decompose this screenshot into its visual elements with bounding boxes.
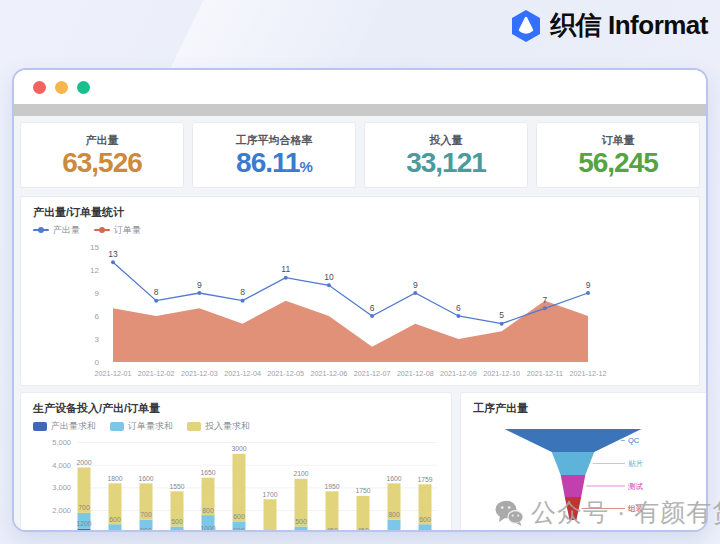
svg-text:9: 9	[413, 280, 418, 290]
svg-text:800: 800	[109, 529, 121, 532]
svg-text:2021-12-04: 2021-12-04	[224, 369, 261, 378]
kpi-value: 63,526	[62, 149, 142, 177]
svg-text:2021-12-05: 2021-12-05	[267, 369, 304, 378]
svg-text:5,000: 5,000	[52, 438, 71, 447]
svg-text:1759: 1759	[417, 476, 432, 483]
svg-text:2021-12-07: 2021-12-07	[354, 369, 391, 378]
window-titlebar[interactable]	[14, 70, 706, 104]
page-background: 织信 Informat 产出量 63,526 工序平均合格率 86.11% 投入…	[0, 0, 720, 544]
kpi-value: 33,121	[406, 149, 486, 177]
svg-text:2021-12-08: 2021-12-08	[397, 369, 434, 378]
kpi-value: 56,245	[578, 149, 658, 177]
chart-title: 生产设备投入/产出/订单量	[33, 401, 439, 416]
line-marker-icon	[94, 229, 110, 231]
svg-text:800: 800	[295, 529, 307, 532]
svg-text:8: 8	[240, 287, 245, 297]
svg-text:6: 6	[370, 303, 375, 313]
swatch-icon	[110, 422, 124, 431]
svg-text:7: 7	[542, 295, 547, 305]
svg-text:1600: 1600	[386, 475, 401, 482]
svg-text:10: 10	[324, 272, 334, 282]
svg-text:1800: 1800	[107, 475, 122, 482]
svg-text:2,000: 2,000	[52, 506, 71, 515]
legend-item-order-sum[interactable]: 订单量求和	[110, 420, 173, 433]
svg-text:6: 6	[95, 312, 100, 321]
svg-text:1600: 1600	[138, 475, 153, 482]
svg-text:700: 700	[78, 504, 90, 511]
svg-text:3: 3	[95, 335, 100, 344]
svg-text:450: 450	[326, 527, 338, 532]
brand-name: 织信 Informat	[550, 8, 708, 43]
traffic-light-maximize[interactable]	[77, 81, 90, 94]
legend-item-output-sum[interactable]: 产出量求和	[33, 420, 96, 433]
svg-text:15: 15	[90, 243, 99, 252]
chart-title: 工序产出量	[473, 401, 697, 416]
line-marker-icon	[33, 229, 49, 231]
svg-text:2021-12-11: 2021-12-11	[527, 369, 563, 378]
kpi-card-orders: 订单量 56,245	[536, 122, 700, 188]
kpi-card-input: 投入量 33,121	[364, 122, 528, 188]
svg-text:600: 600	[109, 516, 121, 523]
svg-text:1650: 1650	[200, 469, 215, 476]
svg-text:1700: 1700	[262, 491, 277, 498]
kpi-label: 产出量	[86, 133, 119, 148]
kpi-row: 产出量 63,526 工序平均合格率 86.11% 投入量 33,121 订单量…	[20, 122, 700, 188]
kpi-label: 工序平均合格率	[236, 133, 313, 148]
kpi-card-output: 产出量 63,526	[20, 122, 184, 188]
stacked-bar-chart[interactable]: 01,0002,0003,0004,0005,00012007002000800…	[33, 432, 441, 532]
svg-text:900: 900	[140, 527, 152, 532]
kpi-value: 86.11%	[236, 149, 312, 177]
watermark: 公众号 · 有颜有货	[494, 496, 720, 529]
svg-text:3,000: 3,000	[52, 483, 71, 492]
svg-text:9: 9	[95, 289, 100, 298]
svg-text:800: 800	[388, 511, 400, 518]
svg-text:400: 400	[264, 529, 276, 532]
svg-text:2000: 2000	[76, 459, 91, 466]
svg-text:2021-12-12: 2021-12-12	[570, 369, 607, 378]
svg-text:600: 600	[233, 513, 245, 520]
output-order-trend-card: 产出量/订单量统计 产出量 订单量 2021-12-012021-12-0220…	[20, 196, 700, 386]
traffic-light-close[interactable]	[33, 81, 46, 94]
legend-item-output[interactable]: 产出量	[33, 224, 80, 237]
svg-text:1200: 1200	[76, 520, 91, 527]
legend-item-input-sum[interactable]: 投入量求和	[187, 420, 250, 433]
brand-logo: 织信 Informat	[510, 8, 708, 43]
svg-text:5: 5	[499, 310, 504, 320]
svg-text:800: 800	[202, 507, 214, 514]
dashboard-content: 产出量 63,526 工序平均合格率 86.11% 投入量 33,121 订单量…	[14, 116, 706, 530]
svg-text:800: 800	[171, 529, 183, 532]
svg-text:测试: 测试	[628, 482, 644, 491]
svg-text:4,000: 4,000	[52, 461, 71, 470]
svg-text:2021-12-03: 2021-12-03	[181, 369, 218, 378]
svg-text:1950: 1950	[324, 483, 339, 490]
svg-text:900: 900	[233, 527, 245, 532]
brand-hexagon-icon	[510, 9, 542, 43]
line-area-chart[interactable]: 2021-12-012021-12-022021-12-032021-12-04…	[33, 236, 693, 384]
window-toolbar	[14, 104, 706, 116]
svg-text:500: 500	[295, 518, 307, 525]
svg-text:1550: 1550	[169, 483, 184, 490]
equipment-bar-chart-card: 生产设备投入/产出/订单量 产出量求和 订单量求和 投入量求和	[20, 392, 452, 532]
svg-text:2100: 2100	[293, 470, 308, 477]
kpi-label: 订单量	[602, 133, 635, 148]
legend-item-orders[interactable]: 订单量	[94, 224, 141, 237]
svg-text:11: 11	[281, 264, 290, 274]
bar-chart-legend: 产出量求和 订单量求和 投入量求和	[33, 420, 439, 432]
svg-text:6: 6	[456, 303, 461, 313]
svg-text:贴片: 贴片	[628, 459, 644, 468]
line-chart-legend: 产出量 订单量	[33, 224, 687, 236]
svg-text:13: 13	[108, 249, 118, 259]
svg-text:1,000: 1,000	[52, 529, 71, 532]
svg-text:9: 9	[197, 280, 202, 290]
wechat-icon	[494, 499, 524, 527]
svg-text:2021-12-10: 2021-12-10	[483, 369, 520, 378]
svg-text:500: 500	[171, 518, 183, 525]
traffic-light-minimize[interactable]	[55, 81, 68, 94]
svg-text:2021-12-09: 2021-12-09	[440, 369, 477, 378]
svg-text:QC: QC	[628, 436, 640, 445]
kpi-card-pass-rate: 工序平均合格率 86.11%	[192, 122, 356, 188]
svg-text:2021-12-06: 2021-12-06	[311, 369, 348, 378]
svg-text:1750: 1750	[355, 487, 370, 494]
app-window: 产出量 63,526 工序平均合格率 86.11% 投入量 33,121 订单量…	[12, 68, 708, 532]
watermark-text: 公众号 · 有颜有货	[531, 496, 720, 529]
